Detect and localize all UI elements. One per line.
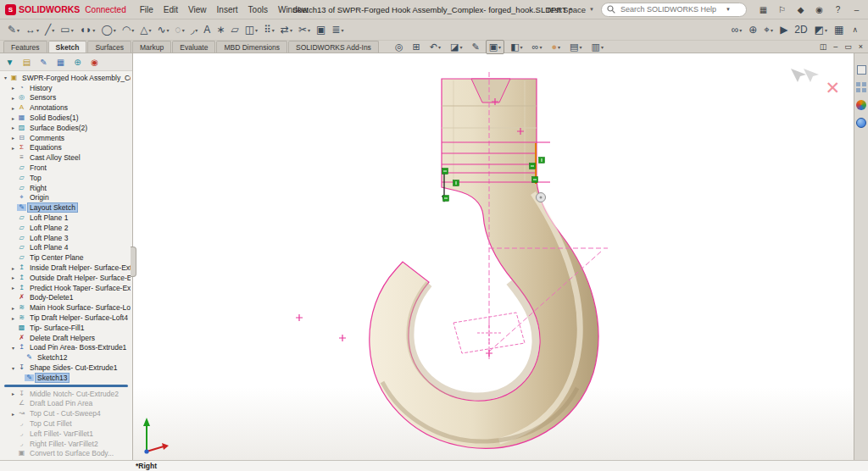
search-scope-chevron-icon[interactable]: ▼: [726, 7, 731, 12]
dropdown-arrow-icon[interactable]: ▾: [182, 27, 185, 33]
tree-item-predict-hook-taper-surface-extrude4[interactable]: ▸↥Predict Hook Taper- Surface-Extrude4: [0, 283, 132, 293]
hide-show-items[interactable]: ∞▾: [529, 40, 546, 53]
linear-pattern[interactable]: ⠿▾: [261, 21, 277, 38]
tree-item-body-delete1[interactable]: ✗Body-Delete1: [0, 293, 132, 303]
tree-item-front[interactable]: ▱Front: [0, 163, 132, 173]
dropdown-arrow-icon[interactable]: ▾: [272, 27, 275, 33]
dropdown-arrow-icon[interactable]: ▾: [341, 27, 343, 33]
menu-insert[interactable]: Insert: [212, 3, 243, 16]
tree-item-surface-bodies-2[interactable]: ▸▨Surface Bodies(2): [0, 123, 132, 133]
quick-snaps[interactable]: ⌖▾: [761, 21, 776, 38]
slot-tool[interactable]: ◖◗▾: [77, 21, 98, 38]
help-search-box[interactable]: ▼: [601, 3, 747, 17]
tree-item-tip-draft-helper-surface-loft4[interactable]: ▸≋Tip Draft Helper- Surface-Loft4: [0, 313, 132, 323]
tree-expand-icon[interactable]: ▾: [9, 365, 17, 371]
dropdown-arrow-icon[interactable]: ▾: [825, 27, 827, 33]
plane-tool[interactable]: ▱: [228, 21, 241, 38]
tree-expand-icon[interactable]: ▸: [9, 391, 17, 396]
featuremanager-tab-icon[interactable]: ▤: [19, 55, 34, 69]
3dexperience-compass-icon[interactable]: [856, 100, 866, 110]
viewport-pane-icon[interactable]: ◫: [820, 42, 827, 51]
display-delete-relations[interactable]: ∞▾: [729, 21, 745, 38]
tree-item-annotations[interactable]: ▸AAnnotations: [0, 103, 132, 113]
rectangle-tool[interactable]: ▭▾: [58, 21, 75, 38]
tree-item-solid-bodies-1[interactable]: ▸▦Solid Bodies(1): [0, 113, 132, 123]
tab-mbd-dimensions[interactable]: MBD Dimensions: [216, 41, 287, 53]
arc-tool[interactable]: ◠▾: [120, 21, 137, 38]
tree-expand-icon[interactable]: ▸: [9, 85, 17, 91]
tree-item-comments[interactable]: ▸⊟Comments: [0, 133, 132, 143]
dropdown-arrow-icon[interactable]: ▾: [579, 44, 581, 50]
point-tool[interactable]: ∗: [214, 21, 227, 38]
polygon-tool[interactable]: △▾: [137, 21, 153, 38]
toggle-taskpane-icon[interactable]: [857, 65, 866, 75]
notifications-icon[interactable]: ⚐: [776, 3, 788, 16]
tree-item-shape-sides-cut-extrude1[interactable]: ▾↧Shape Sides- Cut-Extrude1: [0, 363, 132, 373]
dropdown-arrow-icon[interactable]: ▾: [195, 27, 198, 33]
tree-item-middle-notch-cut-extrude2[interactable]: ▸↧Middle Notch- Cut-Extrude2: [0, 389, 132, 399]
tree-item-layout-sketch[interactable]: ✎Layout Sketch: [0, 202, 132, 213]
tree-item-inside-draft-helper-surface-extrude1[interactable]: ▸↥Inside Draft Helper- Surface-Extrude1: [0, 263, 132, 273]
previous-view[interactable]: ↶▾: [426, 40, 444, 54]
tree-item-sketch13[interactable]: ✎Sketch13: [0, 373, 132, 383]
tree-expand-icon[interactable]: ▸: [9, 315, 17, 321]
exit-sketch[interactable]: ✎▾: [5, 21, 22, 38]
repair-sketch[interactable]: ⊕: [746, 21, 760, 38]
offset-entities[interactable]: ≣▾: [329, 21, 346, 38]
resources-icon[interactable]: ▦: [757, 3, 770, 16]
text-tool[interactable]: A: [201, 21, 213, 38]
display-style[interactable]: ◧▾: [507, 40, 526, 54]
tree-expand-icon[interactable]: ▸: [9, 285, 17, 291]
tree-item-loft-plane-4[interactable]: ▱Loft Plane 4: [0, 243, 132, 253]
tree-item-swpr-forged-hook-assembly-complex-forg[interactable]: ▾▣SWPR-Forged Hook Assembly_Complex- for…: [0, 73, 132, 83]
web-globe-icon[interactable]: [856, 118, 866, 128]
tab-sketch[interactable]: Sketch: [48, 41, 87, 53]
dropdown-arrow-icon[interactable]: ▾: [52, 27, 54, 33]
zoom-to-fit[interactable]: ◎: [392, 40, 407, 54]
cancel-sketch-icon[interactable]: ✕: [825, 79, 840, 97]
trim-entities[interactable]: ✂▾: [296, 21, 313, 38]
move-entities[interactable]: ⇄▾: [278, 21, 295, 38]
tree-item-right[interactable]: ▱Right: [0, 183, 132, 193]
dropdown-arrow-icon[interactable]: ▾: [131, 27, 134, 33]
tree-expand-icon[interactable]: ▸: [9, 125, 17, 130]
tree-expand-icon[interactable]: ▸: [9, 135, 17, 141]
tab-evaluate[interactable]: Evaluate: [172, 41, 215, 53]
rapid-sketch[interactable]: ▶: [777, 21, 790, 38]
tree-item-tip-center-plane[interactable]: ▱Tip Center Plane: [0, 252, 132, 263]
dynamic-annotation-views[interactable]: ✎: [468, 40, 482, 54]
dropdown-arrow-icon[interactable]: ▾: [739, 27, 742, 33]
help-icon[interactable]: ?: [832, 3, 844, 16]
dropdown-arrow-icon[interactable]: ▾: [498, 44, 501, 50]
line-tool[interactable]: ╱▾: [42, 21, 57, 38]
tree-item-draft-load-pin-area[interactable]: ∠Draft Load Pin Area: [0, 399, 132, 409]
smart-dimension[interactable]: ↔▾: [23, 21, 42, 38]
drag-handle-knob[interactable]: [537, 193, 546, 202]
tree-expand-icon[interactable]: ▸: [9, 115, 17, 121]
instant-2d[interactable]: 2D: [792, 21, 810, 38]
tab-solidworks-add-ins[interactable]: SOLIDWORKS Add-Ins: [288, 41, 379, 53]
dimxpertmanager-tab-icon[interactable]: ⊕: [70, 55, 85, 69]
tree-expand-icon[interactable]: ▸: [9, 274, 17, 280]
tree-item-main-hook-surface-surface-loft2[interactable]: ▸≋Main Hook Surface- Surface-Loft2: [0, 302, 132, 313]
shaded-sketch-contours[interactable]: ◩▾: [812, 21, 830, 38]
tree-expand-icon[interactable]: ▸: [9, 305, 17, 311]
sketch-picture[interactable]: ▦: [832, 21, 846, 38]
dropdown-arrow-icon[interactable]: ▾: [71, 27, 74, 33]
tab-features[interactable]: Features: [3, 41, 47, 53]
tree-item-top-cut-cut-sweep4[interactable]: ▸↝Top Cut - Cut-Sweep4: [0, 408, 132, 418]
dropdown-arrow-icon[interactable]: ▾: [539, 44, 542, 50]
dropdown-arrow-icon[interactable]: ▾: [290, 27, 292, 33]
view-settings[interactable]: ▥▾: [588, 40, 607, 54]
tree-item-history[interactable]: ▸◔History: [0, 83, 132, 93]
tree-item-loft-plane-2[interactable]: ▱Loft Plane 2: [0, 223, 132, 233]
convert-entities[interactable]: ▣: [314, 21, 328, 38]
dropdown-arrow-icon[interactable]: ▾: [558, 44, 560, 50]
edit-appearance[interactable]: ●▾: [548, 40, 564, 53]
restore-doc-icon[interactable]: ▭: [844, 42, 852, 51]
tree-item-sketch12[interactable]: ✎Sketch12: [0, 352, 132, 363]
menu-edit[interactable]: Edit: [159, 3, 183, 16]
dropdown-arrow-icon[interactable]: ▾: [438, 44, 441, 50]
apply-scene[interactable]: ▤▾: [566, 40, 585, 54]
menu-view[interactable]: View: [183, 3, 212, 16]
